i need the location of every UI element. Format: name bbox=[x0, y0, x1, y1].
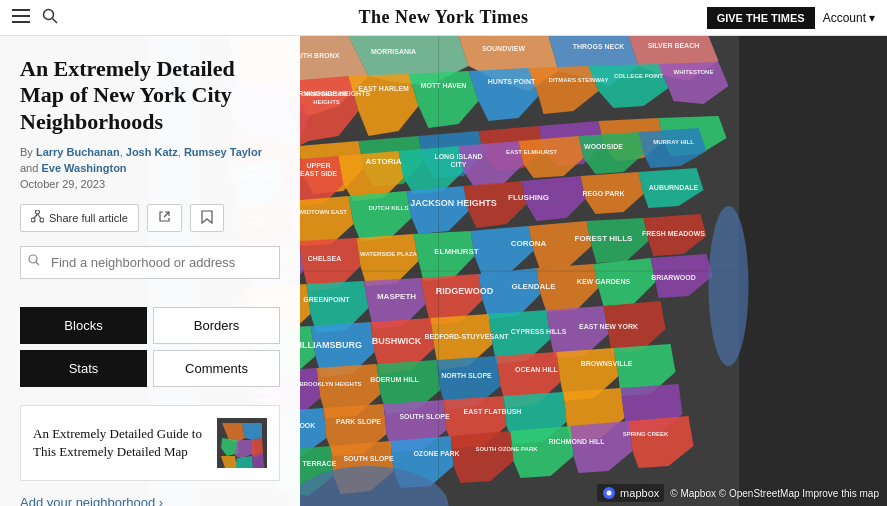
search-input[interactable] bbox=[20, 246, 280, 279]
svg-text:OCEAN HILL: OCEAN HILL bbox=[515, 366, 559, 373]
account-button[interactable]: Account ▾ bbox=[823, 11, 875, 25]
bookmark-button[interactable] bbox=[190, 204, 224, 232]
svg-text:HUNTS POINT: HUNTS POINT bbox=[488, 78, 536, 85]
svg-text:SOUTH SLOPE: SOUTH SLOPE bbox=[343, 455, 394, 462]
svg-line-169 bbox=[38, 214, 41, 219]
map-attribution-text: © Mapbox © OpenStreetMap Improve this ma… bbox=[670, 488, 879, 499]
svg-rect-2 bbox=[12, 21, 30, 23]
svg-text:BUSHWICK: BUSHWICK bbox=[372, 336, 422, 346]
nyt-logo: The New York Times bbox=[358, 7, 528, 28]
share-icon bbox=[31, 210, 44, 225]
action-buttons-row: Share full article bbox=[20, 204, 280, 232]
svg-text:THROGS NECK: THROGS NECK bbox=[573, 43, 625, 50]
author-4[interactable]: Eve Washington bbox=[41, 162, 126, 174]
svg-text:ELMHURST: ELMHURST bbox=[434, 247, 479, 256]
svg-line-173 bbox=[36, 262, 39, 265]
svg-text:CHELSEA: CHELSEA bbox=[308, 255, 341, 262]
blocks-toggle[interactable]: Blocks bbox=[20, 307, 147, 344]
svg-rect-1 bbox=[12, 15, 30, 17]
svg-marker-176 bbox=[242, 423, 262, 440]
author-3[interactable]: Rumsey Taylor bbox=[184, 146, 262, 158]
byline: By Larry Buchanan, Josh Katz, Rumsey Tay… bbox=[20, 145, 280, 176]
article-title: An Extremely Detailed Map of New York Ci… bbox=[20, 56, 280, 135]
toggle-row-1: Blocks Borders bbox=[20, 307, 280, 344]
svg-text:KEW GARDENS: KEW GARDENS bbox=[577, 278, 631, 285]
svg-text:WHITESTONE: WHITESTONE bbox=[674, 69, 714, 75]
svg-point-162 bbox=[709, 206, 749, 366]
svg-text:COLLEGE POINT: COLLEGE POINT bbox=[614, 73, 663, 79]
svg-text:EAST NEW YORK: EAST NEW YORK bbox=[579, 323, 638, 330]
svg-text:EAST FLATBUSH: EAST FLATBUSH bbox=[464, 408, 522, 415]
svg-text:MORNINGSIDE: MORNINGSIDE bbox=[305, 91, 348, 97]
svg-text:BROWNSVILLE: BROWNSVILLE bbox=[581, 360, 633, 367]
svg-text:MASPETH: MASPETH bbox=[377, 292, 416, 301]
svg-text:EAST HARLEM: EAST HARLEM bbox=[358, 85, 409, 92]
header-left bbox=[12, 8, 58, 28]
bookmark-icon bbox=[201, 210, 213, 226]
svg-text:REGO PARK: REGO PARK bbox=[583, 190, 625, 197]
app-header: The New York Times GIVE THE TIMES Accoun… bbox=[0, 0, 887, 36]
svg-text:JACKSON HEIGHTS: JACKSON HEIGHTS bbox=[410, 198, 497, 208]
svg-text:BROOKLYN HEIGHTS: BROOKLYN HEIGHTS bbox=[299, 381, 361, 387]
svg-text:SILVER BEACH: SILVER BEACH bbox=[648, 42, 700, 49]
svg-text:CORONA: CORONA bbox=[511, 239, 547, 248]
svg-text:CITY: CITY bbox=[451, 161, 467, 168]
share-button[interactable]: Share full article bbox=[20, 204, 139, 232]
svg-text:MURRAY HILL: MURRAY HILL bbox=[653, 139, 694, 145]
search-container bbox=[20, 246, 280, 279]
svg-text:NORTH SLOPE: NORTH SLOPE bbox=[441, 372, 492, 379]
open-button[interactable] bbox=[147, 204, 182, 232]
svg-text:SOUNDVIEW: SOUNDVIEW bbox=[482, 45, 526, 52]
svg-text:ASTORIA: ASTORIA bbox=[366, 157, 402, 166]
guide-card[interactable]: An Extremely Detailed Guide to This Extr… bbox=[20, 405, 280, 481]
svg-text:GLENDALE: GLENDALE bbox=[512, 282, 557, 291]
svg-text:FLUSHING: FLUSHING bbox=[508, 193, 549, 202]
svg-text:FRESH MEADOWS: FRESH MEADOWS bbox=[642, 230, 705, 237]
share-label: Share full article bbox=[49, 212, 128, 224]
svg-text:MIDTOWN EAST: MIDTOWN EAST bbox=[300, 209, 347, 215]
svg-text:GREENPOINT: GREENPOINT bbox=[303, 296, 350, 303]
guide-card-text: An Extremely Detailed Guide to This Extr… bbox=[33, 425, 207, 460]
svg-text:BEDFORD-STUYVESANT: BEDFORD-STUYVESANT bbox=[424, 333, 509, 340]
svg-text:BOERUM HILL: BOERUM HILL bbox=[370, 376, 419, 383]
hamburger-icon[interactable] bbox=[12, 9, 30, 27]
svg-point-164 bbox=[607, 491, 612, 496]
mapbox-logo: mapbox bbox=[597, 484, 664, 502]
add-neighborhood-link[interactable]: Add your neighborhood › bbox=[20, 495, 280, 506]
svg-line-170 bbox=[164, 212, 169, 217]
stats-toggle[interactable]: Stats bbox=[20, 350, 147, 387]
svg-text:DITMARS STEINWAY: DITMARS STEINWAY bbox=[549, 77, 609, 83]
give-times-button[interactable]: GIVE THE TIMES bbox=[707, 7, 815, 29]
svg-text:UPPER: UPPER bbox=[306, 162, 330, 169]
svg-text:SPRING CREEK: SPRING CREEK bbox=[623, 431, 669, 437]
svg-marker-171 bbox=[202, 211, 212, 223]
svg-text:FOREST HILLS: FOREST HILLS bbox=[575, 234, 633, 243]
svg-text:DUTCH KILLS: DUTCH KILLS bbox=[369, 205, 409, 211]
svg-text:SOUTH SLOPE: SOUTH SLOPE bbox=[399, 413, 450, 420]
header-search-icon[interactable] bbox=[42, 8, 58, 28]
svg-line-4 bbox=[53, 18, 58, 23]
svg-text:WILLIAMSBURG: WILLIAMSBURG bbox=[291, 340, 362, 350]
comments-toggle[interactable]: Comments bbox=[153, 350, 280, 387]
svg-text:RIDGEWOOD: RIDGEWOOD bbox=[436, 286, 494, 296]
author-2[interactable]: Josh Katz bbox=[126, 146, 178, 158]
svg-text:MORRISANIA: MORRISANIA bbox=[371, 48, 416, 55]
open-icon bbox=[158, 210, 171, 225]
borders-toggle[interactable]: Borders bbox=[153, 307, 280, 344]
svg-text:LONG ISLAND: LONG ISLAND bbox=[434, 153, 482, 160]
svg-text:AUBURNDALE: AUBURNDALE bbox=[649, 184, 699, 191]
svg-text:WATERSIDE PLAZA: WATERSIDE PLAZA bbox=[360, 251, 418, 257]
svg-text:SOUTH OZONE PARK: SOUTH OZONE PARK bbox=[475, 446, 538, 452]
author-1[interactable]: Larry Buchanan bbox=[36, 146, 120, 158]
svg-text:WOODSIDE: WOODSIDE bbox=[584, 143, 623, 150]
chevron-down-icon: ▾ bbox=[869, 11, 875, 25]
svg-text:EAST SIDE: EAST SIDE bbox=[300, 170, 337, 177]
svg-point-165 bbox=[36, 210, 40, 214]
svg-point-3 bbox=[44, 9, 54, 19]
guide-card-image bbox=[217, 418, 267, 468]
svg-line-168 bbox=[34, 214, 38, 219]
header-right: GIVE THE TIMES Account ▾ bbox=[707, 7, 875, 29]
map-attribution: mapbox © Mapbox © OpenStreetMap Improve … bbox=[597, 484, 879, 502]
svg-point-172 bbox=[29, 255, 37, 263]
svg-text:OZONE PARK: OZONE PARK bbox=[413, 450, 459, 457]
